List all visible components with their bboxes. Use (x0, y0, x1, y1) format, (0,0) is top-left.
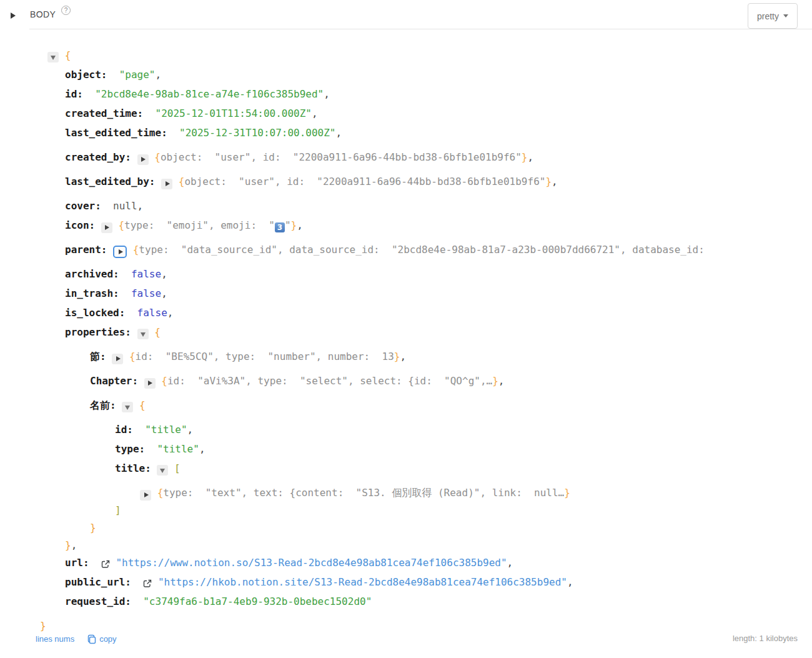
json-row: { (0, 46, 812, 65)
json-punctuation: , (297, 219, 303, 231)
json-row: ] (0, 501, 812, 520)
lines-nums-button[interactable]: lines nums (36, 634, 74, 644)
json-bracket: [ (174, 462, 181, 474)
json-row: title: [ (0, 459, 812, 478)
expand-toggle-icon[interactable] (161, 179, 172, 189)
json-preview-brace: { (157, 487, 164, 499)
spacer (59, 49, 65, 61)
json-key: icon: (65, 219, 95, 231)
json-key: created_time: (65, 107, 143, 119)
json-key: archived: (65, 268, 119, 280)
collapse-toggle-icon[interactable] (122, 402, 133, 412)
spacer (151, 487, 157, 499)
json-row: {type: "text", text: {content: "S13. 個別取… (0, 483, 812, 502)
expand-toggle-icon[interactable] (137, 154, 149, 165)
spacer (156, 375, 162, 387)
expand-toggle-icon[interactable] (101, 222, 112, 233)
json-preview-brace: } (291, 219, 297, 231)
collapse-toggle-icon[interactable] (137, 329, 149, 339)
json-row: }, (0, 536, 812, 555)
json-string: "2025-12-01T11:54:00.000Z" (143, 107, 312, 119)
help-icon[interactable]: ? (61, 6, 71, 15)
json-preview-text: id: "BE%5CQ", type: "number", number: 13 (136, 351, 394, 362)
json-preview-brace: } (394, 351, 400, 362)
triangle-down-icon (51, 56, 56, 60)
external-link-icon[interactable] (143, 573, 152, 592)
expand-toggle-icon[interactable] (113, 246, 127, 258)
json-row: public_url: "https://hkob.notion.site/S1… (0, 572, 812, 592)
section-collapse-icon[interactable] (11, 11, 22, 21)
json-row: request_id: "c3749fa6-b1a7-4eb9-932b-0be… (0, 592, 812, 611)
spacer (107, 244, 113, 256)
json-key: last_edited_time: (65, 127, 167, 139)
json-brace: } (90, 522, 96, 534)
json-row: Chapter: {id: "aVi%3A", type: "select", … (0, 371, 812, 391)
json-punctuation: , (137, 200, 144, 212)
expand-toggle-icon[interactable] (140, 490, 151, 501)
collapse-toggle-icon[interactable] (157, 465, 168, 476)
json-punctuation: , (498, 375, 505, 387)
json-string: "c3749fa6-b1a7-4eb9-932b-0bebec1502d0" (131, 596, 372, 607)
spacer (106, 351, 112, 362)
format-selector-dropdown[interactable]: pretty (748, 3, 798, 29)
json-key: is_locked: (65, 307, 125, 319)
json-string: "title" (133, 424, 187, 436)
json-row: last_edited_time: "2025-12-31T10:07:00.0… (0, 123, 812, 142)
json-row: last_edited_by: {object: "user", id: "22… (0, 172, 812, 191)
spacer (131, 576, 143, 588)
header-divider (29, 29, 812, 29)
json-preview-brace: { (118, 219, 124, 231)
json-url-value[interactable]: "https://www.notion.so/S13-Read-2bcd8e4e… (116, 557, 507, 569)
json-brace: { (65, 49, 71, 61)
json-boolean: false (125, 307, 167, 319)
collapse-toggle-icon[interactable] (47, 52, 59, 62)
json-key: parent: (65, 244, 107, 256)
expand-toggle-icon[interactable] (112, 354, 123, 364)
json-preview-brace: { (179, 176, 185, 187)
json-row: id: "2bcd8e4e-98ab-81ce-a74e-f106c385b9e… (0, 84, 812, 104)
json-row: parent: {type: "data_source_id", data_so… (0, 240, 812, 259)
spacer (123, 351, 129, 362)
json-key: request_id: (65, 596, 131, 607)
external-link-icon[interactable] (101, 554, 110, 572)
json-key: cover: (65, 200, 101, 212)
copy-button[interactable]: copy (87, 634, 116, 644)
json-preview-brace: } (564, 487, 570, 499)
json-string: "2bcd8e4e-98ab-81ce-a74e-f106c385b9ed" (83, 88, 324, 100)
json-punctuation: , (335, 127, 342, 139)
expand-toggle-icon[interactable] (144, 378, 156, 389)
json-row: type: "title", (0, 439, 812, 459)
json-preview-text: " (285, 219, 291, 231)
json-key: public_url: (65, 576, 131, 588)
json-punctuation: , (400, 351, 406, 362)
json-punctuation: , (199, 443, 205, 455)
json-key: last_edited_by: (65, 176, 156, 187)
triangle-right-icon (148, 381, 152, 386)
json-row: created_by: {object: "user", id: "2200a9… (0, 147, 812, 167)
triangle-right-icon (119, 249, 123, 254)
json-tree: {object: "page",id: "2bcd8e4e-98ab-81ce-… (0, 29, 812, 636)
json-row: } (0, 518, 812, 537)
json-url-value[interactable]: "https://hkob.notion.site/S13-Read-2bcd8… (158, 576, 567, 588)
copy-label: copy (99, 634, 116, 644)
json-row: cover: null, (0, 196, 812, 216)
triangle-right-icon (116, 356, 121, 361)
footer-actions: lines nums copy (36, 634, 117, 644)
json-punctuation: , (552, 176, 558, 187)
json-bracket: ] (115, 504, 121, 516)
json-punctuation: , (161, 268, 167, 280)
json-punctuation: , (187, 424, 194, 436)
spacer (95, 219, 101, 231)
triangle-right-icon (11, 12, 16, 19)
json-key: object: (65, 69, 107, 81)
json-row: is_locked: false, (0, 303, 812, 322)
spacer (89, 557, 101, 569)
spacer (172, 176, 179, 187)
json-punctuation: , (156, 69, 162, 81)
json-row: 節: {id: "BE%5CQ", type: "number", number… (0, 347, 812, 366)
json-preview-text: object: "user", id: "2200a911-6a96-44bb-… (161, 151, 522, 163)
format-selector-value: pretty (757, 11, 779, 21)
spacer (112, 219, 119, 231)
json-row: in_trash: false, (0, 284, 812, 303)
json-preview-brace: } (522, 151, 528, 163)
